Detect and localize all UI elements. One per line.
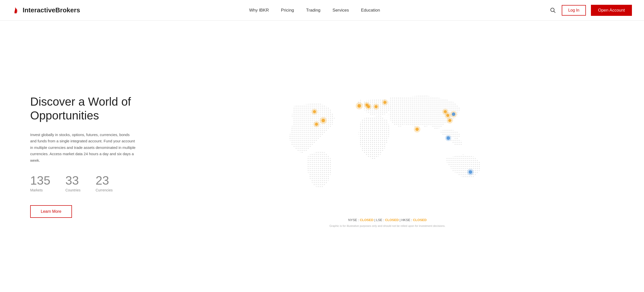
stat-countries-label: Countries bbox=[65, 188, 80, 192]
stat-countries-number: 33 bbox=[65, 175, 80, 187]
hkse-colon: : bbox=[411, 218, 413, 222]
nyse-status: CLOSED bbox=[360, 218, 373, 222]
map-disclaimer: Graphic is for illustrative purposes onl… bbox=[329, 224, 445, 227]
search-button[interactable] bbox=[549, 7, 557, 14]
svg-point-8 bbox=[357, 104, 361, 108]
world-map-svg bbox=[279, 85, 496, 211]
hero-description: Invest globally in stocks, options, futu… bbox=[30, 132, 136, 164]
nav-trading[interactable]: Trading bbox=[306, 8, 320, 13]
stat-currencies-label: Currencies bbox=[96, 188, 113, 192]
stat-countries: 33 Countries bbox=[65, 175, 80, 192]
hero-section: Discover a World of Opportunities Invest… bbox=[0, 21, 644, 292]
search-icon bbox=[550, 8, 556, 13]
svg-point-24 bbox=[446, 114, 449, 117]
stat-markets-label: Markets bbox=[30, 188, 50, 192]
lse-colon: : bbox=[383, 218, 385, 222]
lse-status: CLOSED bbox=[385, 218, 399, 222]
nav-services[interactable]: Services bbox=[333, 8, 349, 13]
hero-left: Discover a World of Opportunities Invest… bbox=[30, 95, 151, 218]
svg-point-32 bbox=[313, 110, 316, 113]
svg-point-16 bbox=[383, 101, 386, 104]
nav-links: Why IBKR Pricing Trading Services Educat… bbox=[249, 8, 380, 13]
market-status: NYSE : CLOSED | LSE : CLOSED | HKSE : CL… bbox=[348, 218, 427, 222]
open-account-button[interactable]: Open Account bbox=[591, 5, 632, 16]
svg-point-4 bbox=[321, 119, 325, 122]
nyse-label: NYSE bbox=[348, 218, 357, 222]
nav-pricing[interactable]: Pricing bbox=[281, 8, 294, 13]
hero-title: Discover a World of Opportunities bbox=[30, 95, 151, 122]
stat-markets-number: 135 bbox=[30, 175, 50, 187]
svg-point-18 bbox=[416, 128, 419, 131]
nav-education[interactable]: Education bbox=[361, 8, 380, 13]
stat-currencies-number: 23 bbox=[96, 175, 113, 187]
svg-point-30 bbox=[469, 170, 472, 174]
svg-point-6 bbox=[315, 123, 318, 126]
logo-text: InteractiveBrokers bbox=[23, 6, 80, 14]
svg-point-12 bbox=[366, 104, 368, 106]
svg-point-22 bbox=[444, 110, 447, 113]
svg-point-14 bbox=[375, 105, 378, 108]
lse-label: LSE bbox=[376, 218, 382, 222]
svg-point-20 bbox=[452, 112, 455, 116]
navbar: InteractiveBrokers Why IBKR Pricing Trad… bbox=[0, 0, 644, 21]
logo-icon bbox=[12, 6, 20, 14]
login-button[interactable]: Log In bbox=[562, 5, 586, 16]
stat-currencies: 23 Currencies bbox=[96, 175, 113, 192]
hkse-label: HKSE bbox=[401, 218, 410, 222]
hkse-status: CLOSED bbox=[413, 218, 427, 222]
svg-line-1 bbox=[554, 11, 555, 13]
world-map bbox=[279, 85, 496, 212]
stat-markets: 135 Markets bbox=[30, 175, 50, 192]
svg-point-28 bbox=[447, 136, 450, 140]
hero-right: NYSE : CLOSED | LSE : CLOSED | HKSE : CL… bbox=[151, 85, 624, 227]
learn-more-button[interactable]: Learn More bbox=[30, 205, 72, 218]
svg-point-26 bbox=[448, 119, 451, 122]
nav-right: Log In Open Account bbox=[549, 5, 632, 16]
stats-row: 135 Markets 33 Countries 23 Currencies bbox=[30, 175, 151, 192]
logo[interactable]: InteractiveBrokers bbox=[12, 6, 80, 14]
nav-why-ibkr[interactable]: Why IBKR bbox=[249, 8, 269, 13]
